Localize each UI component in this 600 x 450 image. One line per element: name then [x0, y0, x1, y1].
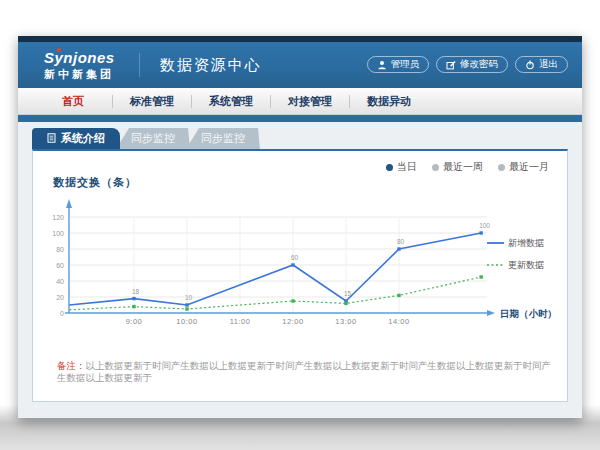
tab-label: 同步监控 [201, 131, 245, 146]
change-password-button-label: 修改密码 [460, 58, 498, 71]
header: Synjones 新中新集团 数据资源中心 管理员 修改密码 [18, 42, 582, 88]
tab-sync-monitoring-2[interactable]: 同步监控 [186, 128, 260, 149]
logo-wordmark: Synjones [44, 49, 115, 66]
nav-accent-strip [18, 115, 582, 122]
radio-dot-icon [498, 164, 505, 171]
svg-text:100: 100 [52, 230, 64, 237]
svg-text:80: 80 [56, 246, 64, 253]
svg-text:10: 10 [185, 294, 193, 301]
tab-sync-monitoring-1[interactable]: 同步监控 [116, 128, 190, 149]
y-axis-title: 数据交换（条） [53, 175, 137, 190]
logo-subtext: 新中新集团 [44, 68, 115, 80]
legend-label: 更新数据 [508, 260, 544, 270]
content-area: 系统介绍 同步监控 同步监控 当日 最近一周 [18, 122, 582, 402]
svg-text:80: 80 [397, 238, 405, 245]
chart-panel: 当日 最近一周 最近一月 数据交换（条） 0204060801001209:00… [32, 149, 568, 402]
app-window: Synjones 新中新集团 数据资源中心 管理员 修改密码 [18, 36, 582, 418]
admin-button-label: 管理员 [391, 58, 420, 71]
tab-system-introduction[interactable]: 系统介绍 [32, 128, 120, 149]
nav-item-home[interactable]: 首页 [34, 88, 112, 114]
main-nav: 首页 标准管理 系统管理 对接管理 数据异动 [18, 88, 582, 115]
user-area: 管理员 修改密码 退出 [367, 56, 569, 73]
svg-text:0: 0 [60, 310, 64, 317]
nav-item-system-management[interactable]: 系统管理 [192, 88, 270, 114]
radio-label: 当日 [397, 160, 417, 174]
svg-text:10:00: 10:00 [176, 317, 197, 326]
footnote: 备注：以上数据更新于时间产生数据以上数据更新于时间产生数据以上数据更新于时间产生… [57, 360, 553, 385]
footnote-text: 以上数据更新于时间产生数据以上数据更新于时间产生数据以上数据更新于时间产生数据以… [57, 360, 551, 383]
legend-label: 新增数据 [508, 238, 544, 248]
nav-item-data-changes[interactable]: 数据异动 [350, 88, 428, 114]
svg-text:15: 15 [344, 290, 352, 297]
svg-text:20: 20 [56, 294, 64, 301]
radio-last-month[interactable]: 最近一月 [498, 160, 549, 174]
document-icon [47, 133, 56, 145]
logout-button[interactable]: 退出 [515, 56, 568, 73]
svg-text:12:00: 12:00 [282, 317, 303, 326]
svg-text:14:00: 14:00 [388, 317, 409, 326]
admin-button[interactable]: 管理员 [367, 56, 430, 73]
logo-text: Synjones [44, 50, 115, 67]
radio-today[interactable]: 当日 [386, 160, 417, 174]
logo: Synjones 新中新集团 [44, 50, 115, 80]
svg-text:18: 18 [132, 288, 140, 295]
nav-item-standard-management[interactable]: 标准管理 [113, 88, 191, 114]
radio-dot-icon [386, 164, 393, 171]
svg-text:11:00: 11:00 [230, 317, 251, 326]
tab-bar: 系统介绍 同步监控 同步监控 [32, 128, 582, 149]
data-exchange-line-chart: 0204060801001209:0010:0011:0012:0013:001… [39, 193, 559, 338]
logout-button-label: 退出 [539, 58, 558, 71]
change-password-button[interactable]: 修改密码 [436, 56, 508, 73]
time-range-radio-group: 当日 最近一周 最近一月 [386, 160, 549, 174]
radio-last-week[interactable]: 最近一周 [432, 160, 483, 174]
radio-dot-icon [432, 164, 439, 171]
svg-text:日期（小时）: 日期（小时） [500, 308, 557, 320]
radio-label: 最近一周 [443, 160, 483, 174]
tab-label: 同步监控 [131, 131, 175, 146]
svg-text:40: 40 [56, 278, 64, 285]
footnote-label: 备注： [57, 360, 86, 371]
svg-text:60: 60 [56, 262, 64, 269]
svg-text:100: 100 [479, 222, 490, 229]
radio-label: 最近一月 [509, 160, 549, 174]
tab-label: 系统介绍 [61, 131, 105, 146]
page-title: 数据资源中心 [139, 53, 262, 77]
svg-text:60: 60 [291, 254, 299, 261]
svg-text:9:00: 9:00 [126, 317, 143, 326]
power-icon [525, 60, 535, 70]
nav-item-docking-management[interactable]: 对接管理 [271, 88, 349, 114]
edit-icon [446, 60, 456, 70]
user-icon [377, 60, 387, 70]
svg-text:120: 120 [52, 214, 64, 221]
svg-text:13:00: 13:00 [335, 317, 356, 326]
